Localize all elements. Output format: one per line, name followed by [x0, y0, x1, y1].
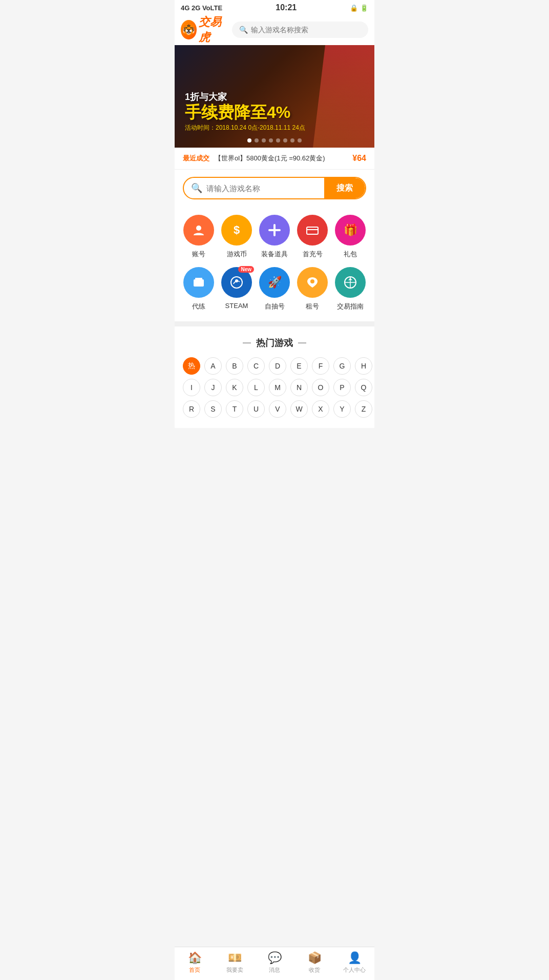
dot-6[interactable]	[283, 138, 287, 142]
alpha-btn-D[interactable]: D	[269, 357, 286, 375]
section-divider	[175, 321, 374, 326]
header: 🐯 交易虎 🔍	[175, 15, 374, 45]
alpha-btn-L[interactable]: L	[247, 379, 265, 396]
cat-label-lottery: 自抽号	[265, 302, 285, 311]
category-item-firstcharge[interactable]: 首充号	[293, 215, 331, 259]
alpha-btn-X[interactable]: X	[312, 400, 329, 418]
alpha-btn-F[interactable]: F	[312, 357, 329, 375]
cat-icon-guide	[335, 267, 366, 298]
alpha-btn-H[interactable]: H	[355, 357, 372, 375]
logo-text: 交易虎	[199, 14, 227, 45]
category-item-gift[interactable]: 🎁 礼包	[331, 215, 369, 259]
section-title: — 热门游戏 —	[183, 337, 366, 349]
alpha-btn-T[interactable]: T	[226, 400, 243, 418]
dot-8[interactable]	[298, 138, 302, 142]
category-item-equipment[interactable]: 装备道具	[256, 215, 293, 259]
status-signal: 4G 2G VoLTE	[181, 4, 222, 12]
cat-icon-currency: $	[221, 215, 252, 246]
banner-date: 活动时间：2018.10.24 0点-2018.11.11 24点	[185, 124, 305, 132]
alpha-btn-Z[interactable]: Z	[355, 400, 372, 418]
svg-point-0	[196, 226, 201, 231]
dot-7[interactable]	[290, 138, 294, 142]
alphabet-grid: 热ABCDEFGHIJKLMNOPQRSTUVWXYZ	[183, 357, 366, 418]
recent-text: 【世界ol】5800黄金(1元 =90.62黄金)	[215, 154, 347, 163]
cat-label-rental: 租号	[306, 302, 319, 311]
alpha-btn-N[interactable]: N	[290, 379, 308, 396]
search-bar[interactable]: 🔍 搜索	[183, 177, 366, 199]
cat-icon-account	[183, 215, 214, 246]
alpha-btn-B[interactable]: B	[226, 357, 243, 375]
category-item-steam[interactable]: New STEAM	[218, 267, 256, 311]
cat-icon-training	[183, 267, 214, 298]
banner-decoration	[313, 45, 374, 148]
search-input[interactable]	[206, 184, 317, 193]
dot-5[interactable]	[276, 138, 280, 142]
category-item-lottery[interactable]: 🚀 自抽号	[256, 267, 293, 311]
svg-rect-5	[194, 279, 204, 287]
cat-label-training: 代练	[192, 302, 205, 311]
hot-games-section: — 热门游戏 — 热ABCDEFGHIJKLMNOPQRSTUVWXYZ	[175, 326, 374, 428]
search-icon: 🔍	[191, 182, 202, 194]
logo[interactable]: 🐯 交易虎	[181, 19, 227, 40]
svg-point-11	[310, 279, 314, 283]
search-button[interactable]: 搜索	[324, 178, 365, 198]
recent-price: ¥64	[352, 154, 366, 163]
alpha-btn-A[interactable]: A	[204, 357, 222, 375]
status-bar: 4G 2G VoLTE 10:21 🔒 🔋	[175, 0, 374, 15]
category-item-rental[interactable]: 租号	[293, 267, 331, 311]
banner[interactable]: 1折与大家 手续费降至4% 活动时间：2018.10.24 0点-2018.11…	[175, 45, 374, 148]
category-item-currency[interactable]: $ 游戏币	[218, 215, 256, 259]
category-section: 账号 $ 游戏币 装备道具 首充号 🎁 礼包 代练	[175, 207, 374, 321]
alpha-btn-U[interactable]: U	[247, 400, 265, 418]
title-dash-right: —	[298, 338, 306, 348]
cat-label-guide: 交易指南	[337, 302, 364, 311]
cat-icon-firstcharge	[297, 215, 328, 246]
alpha-btn-O[interactable]: O	[312, 379, 329, 396]
cat-label-account: 账号	[192, 250, 205, 259]
header-search-input[interactable]	[251, 26, 361, 34]
status-battery: 🔒 🔋	[350, 4, 368, 12]
dot-1[interactable]	[247, 138, 251, 142]
alpha-btn-K[interactable]: K	[226, 379, 243, 396]
status-time: 10:21	[276, 3, 297, 12]
recent-label: 最近成交	[183, 154, 209, 163]
cat-label-steam: STEAM	[225, 302, 248, 310]
alpha-btn-Q[interactable]: Q	[355, 379, 372, 396]
dot-2[interactable]	[255, 138, 259, 142]
cat-label-firstcharge: 首充号	[303, 250, 323, 259]
banner-content: 1折与大家 手续费降至4% 活动时间：2018.10.24 0点-2018.11…	[185, 92, 305, 132]
alpha-btn-J[interactable]: J	[204, 379, 222, 396]
alpha-btn-G[interactable]: G	[333, 357, 351, 375]
alpha-btn-P[interactable]: P	[333, 379, 351, 396]
dot-4[interactable]	[269, 138, 273, 142]
alpha-btn-W[interactable]: W	[290, 400, 308, 418]
search-input-wrap[interactable]: 🔍	[184, 178, 324, 198]
alpha-btn-M[interactable]: M	[269, 379, 286, 396]
logo-icon: 🐯	[181, 20, 197, 39]
cat-icon-gift: 🎁	[335, 215, 366, 246]
alpha-btn-C[interactable]: C	[247, 357, 265, 375]
alpha-btn-V[interactable]: V	[269, 400, 286, 418]
cat-icon-equipment	[259, 215, 290, 246]
alpha-btn-S[interactable]: S	[204, 400, 222, 418]
dot-3[interactable]	[262, 138, 266, 142]
header-search-bar[interactable]: 🔍	[232, 22, 368, 38]
alpha-btn-Y[interactable]: Y	[333, 400, 351, 418]
svg-rect-8	[195, 278, 202, 279]
alpha-btn-热[interactable]: 热	[183, 357, 200, 375]
alpha-btn-I[interactable]: I	[183, 379, 200, 396]
alpha-btn-E[interactable]: E	[290, 357, 308, 375]
cat-icon-steam: New	[221, 267, 252, 298]
category-item-account[interactable]: 账号	[180, 215, 218, 259]
title-dash-left: —	[243, 338, 251, 348]
svg-point-7	[200, 282, 202, 284]
banner-title-line2: 1折与大家 手续费降至4%	[185, 92, 305, 121]
category-item-training[interactable]: 代练	[180, 267, 218, 311]
hot-games-title: 热门游戏	[256, 337, 293, 349]
new-badge: New	[238, 266, 254, 273]
alpha-btn-R[interactable]: R	[183, 400, 200, 418]
category-item-guide[interactable]: 交易指南	[331, 267, 369, 311]
svg-rect-3	[307, 227, 318, 234]
search-icon: 🔍	[239, 26, 248, 34]
cat-icon-rental	[297, 267, 328, 298]
